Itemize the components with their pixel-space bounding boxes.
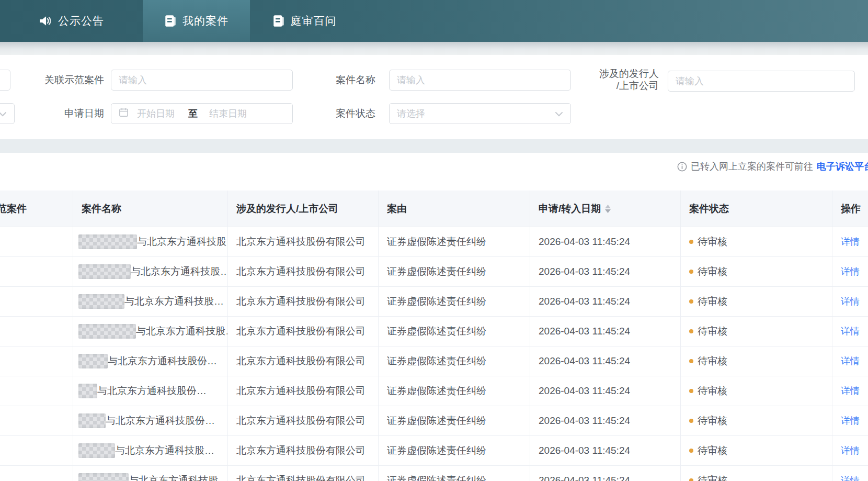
placeholder: 请选择 (397, 107, 425, 120)
detail-link[interactable]: 详情 (841, 355, 860, 367)
cell-date: 2026-04-03 11:45:24 (530, 346, 681, 376)
info-bar: 已转入网上立案的案件可前往 电子诉讼平台 (677, 160, 868, 173)
cell-actions: 详情 (832, 227, 868, 256)
cell-status: 待审核 (681, 406, 832, 435)
status-badge: 待审核 (698, 354, 727, 368)
sort-caret-icon[interactable] (605, 205, 611, 213)
table-row: 与北京东方通科技股… 北京东方通科技股份有限公司 证券虚假陈述责任纠纷 2026… (0, 466, 868, 481)
status-dot (689, 419, 693, 423)
cell-case-name: 与北京东方通科技股… (73, 257, 228, 286)
e-litigation-platform-link[interactable]: 电子诉讼平台 (817, 160, 868, 173)
case-name-text: 与北京东方通科技股份… (108, 354, 217, 368)
placeholder: 请输入 (119, 74, 147, 86)
cell-model-case (0, 436, 73, 465)
case-status-select[interactable]: 请选择 (389, 103, 571, 124)
cell-issuer: 北京东方通科技股份有限公司 (228, 257, 379, 286)
tab-public-announcements[interactable]: 公示公告 (0, 0, 143, 42)
cell-case-name: 与北京东方通科技股… (73, 436, 228, 465)
cell-model-case (0, 466, 73, 481)
status-badge: 待审核 (698, 325, 727, 338)
offscreen-select[interactable] (0, 103, 15, 124)
cell-actions: 详情 (832, 317, 868, 346)
cell-status: 待审核 (681, 287, 832, 316)
col-apply-date: 申请/转入日期 (539, 202, 601, 216)
chevron-down-icon (0, 108, 7, 119)
placeholder: 请输入 (397, 74, 425, 86)
redacted-name-block (78, 294, 124, 309)
cell-actions: 详情 (832, 406, 868, 435)
case-status-label: 案件状态 (282, 107, 375, 120)
cell-status: 待审核 (681, 227, 832, 256)
case-name-text: 与北京东方通科技股… (136, 325, 228, 338)
table-body: 与北京东方通科技股… 北京东方通科技股份有限公司 证券虚假陈述责任纠纷 2026… (0, 227, 868, 481)
cell-status: 待审核 (681, 257, 832, 286)
cell-actions: 详情 (832, 466, 868, 481)
cell-case-name: 与北京东方通科技股… (73, 227, 228, 256)
cell-actions: 详情 (832, 346, 868, 376)
detail-link[interactable]: 详情 (841, 325, 860, 338)
cell-cause: 证券虚假陈述责任纠纷 (379, 227, 530, 256)
cell-actions: 详情 (832, 257, 868, 286)
cell-issuer: 北京东方通科技股份有限公司 (228, 287, 379, 316)
cell-issuer: 北京东方通科技股份有限公司 (228, 317, 379, 346)
cell-issuer: 北京东方通科技股份有限公司 (228, 436, 379, 465)
status-dot (689, 270, 693, 274)
cell-case-name: 与北京东方通科技股份… (73, 376, 228, 406)
cell-case-name: 与北京东方通科技股… (73, 317, 228, 346)
cell-model-case (0, 317, 73, 346)
cell-date: 2026-04-03 11:45:24 (530, 436, 681, 465)
tab-my-cases[interactable]: 我的案件 (143, 0, 250, 42)
apply-date-range[interactable]: 开始日期 至 结束日期 (111, 103, 293, 124)
case-name-text: 与北京东方通科技股… (115, 444, 214, 457)
calendar-icon (119, 107, 129, 120)
tab-trial-faq[interactable]: 庭审百问 (250, 0, 359, 42)
related-case-input[interactable]: 请输入 (111, 70, 293, 91)
cell-date: 2026-04-03 11:45:24 (530, 287, 681, 316)
info-icon (677, 162, 687, 172)
redacted-name-block (78, 413, 106, 428)
col-model-case: 范案件 (0, 202, 27, 216)
tab-label: 我的案件 (182, 14, 229, 28)
status-badge: 待审核 (698, 235, 727, 249)
cell-status: 待审核 (681, 317, 832, 346)
cell-case-name: 与北京东方通科技股… (73, 466, 228, 481)
offscreen-input[interactable] (0, 70, 10, 91)
table-row: 与北京东方通科技股… 北京东方通科技股份有限公司 证券虚假陈述责任纠纷 2026… (0, 317, 868, 346)
detail-link[interactable]: 详情 (841, 444, 860, 457)
cell-date: 2026-04-03 11:45:24 (530, 466, 681, 481)
cell-status: 待审核 (681, 436, 832, 465)
status-dot (689, 299, 693, 304)
detail-link[interactable]: 详情 (841, 265, 860, 278)
nav-shadow-strip (0, 42, 868, 55)
redacted-name-block (78, 234, 137, 249)
date-separator: 至 (188, 107, 198, 120)
issuer-input[interactable]: 请输入 (668, 71, 855, 92)
cell-model-case (0, 406, 73, 435)
cell-cause: 证券虚假陈述责任纠纷 (379, 257, 530, 286)
status-badge: 待审核 (698, 265, 727, 278)
detail-link[interactable]: 详情 (841, 415, 860, 427)
cell-model-case (0, 227, 73, 256)
cell-date: 2026-04-03 11:45:24 (530, 257, 681, 286)
cell-cause: 证券虚假陈述责任纠纷 (379, 436, 530, 465)
cell-issuer: 北京东方通科技股份有限公司 (228, 466, 379, 481)
info-text: 已转入网上立案的案件可前往 (691, 160, 813, 173)
case-name-input[interactable]: 请输入 (389, 70, 571, 91)
tab-label: 庭审百问 (291, 14, 337, 28)
status-dot (689, 389, 693, 393)
status-badge: 待审核 (698, 414, 727, 428)
placeholder: 请输入 (676, 75, 704, 87)
table-row: 与北京东方通科技股份… 北京东方通科技股份有限公司 证券虚假陈述责任纠纷 202… (0, 376, 868, 406)
detail-link[interactable]: 详情 (841, 385, 860, 397)
top-navigation: 公示公告 我的案件 庭审百问 (0, 0, 868, 42)
status-badge: 待审核 (698, 474, 727, 481)
detail-link[interactable]: 详情 (841, 474, 860, 481)
cell-cause: 证券虚假陈述责任纠纷 (379, 376, 530, 406)
detail-link[interactable]: 详情 (841, 295, 860, 308)
cell-model-case (0, 376, 73, 406)
cell-cause: 证券虚假陈述责任纠纷 (379, 466, 530, 481)
status-dot (689, 359, 693, 363)
detail-link[interactable]: 详情 (841, 236, 860, 248)
cell-status: 待审核 (681, 466, 832, 481)
redacted-name-block (78, 354, 108, 368)
